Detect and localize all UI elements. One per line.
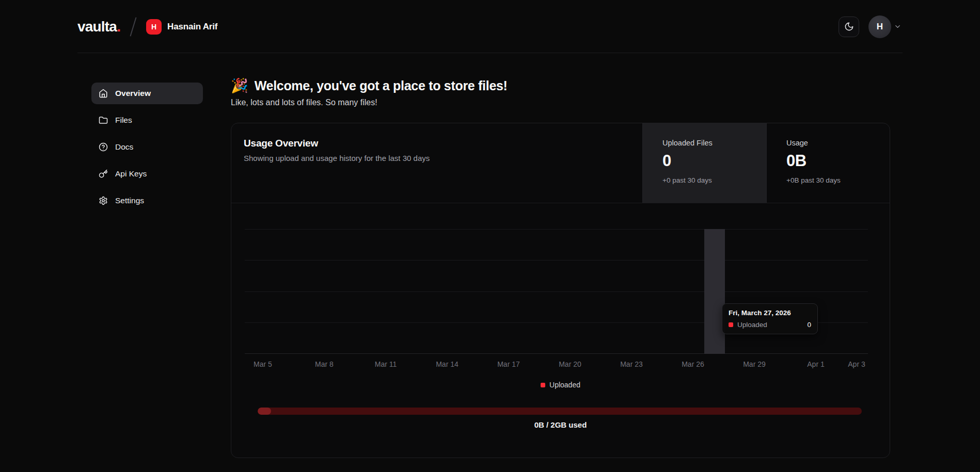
profile-menu[interactable]: H xyxy=(868,15,902,38)
stat-label: Uploaded Files xyxy=(662,139,766,147)
profile-avatar: H xyxy=(868,15,891,38)
card-title: Usage Overview xyxy=(244,138,430,149)
tooltip-series-label: Uploaded xyxy=(737,321,767,329)
card-header-divider xyxy=(231,203,890,203)
chart-tooltip: Fri, March 27, 2026 Uploaded 0 xyxy=(722,303,818,334)
x-tick-label: Mar 29 xyxy=(743,360,766,368)
x-tick-label: Mar 20 xyxy=(559,360,581,368)
stat-uploaded-files[interactable]: Uploaded Files 0 +0 past 30 days xyxy=(642,123,766,203)
x-tick-label: Mar 26 xyxy=(682,360,704,368)
tooltip-series-value: 0 xyxy=(807,321,811,329)
storage-progress-bar xyxy=(258,408,862,415)
x-tick-label: Mar 11 xyxy=(375,360,397,368)
logo-text: vaulta xyxy=(77,19,117,35)
party-popper-emoji: 🎉 xyxy=(231,79,248,93)
sidebar-item-label: Settings xyxy=(115,196,144,205)
sidebar-item-label: Api Keys xyxy=(115,169,147,178)
sidebar-item-label: Overview xyxy=(115,89,151,98)
chevron-down-icon xyxy=(894,23,902,30)
card-subtitle: Showing upload and usage history for the… xyxy=(244,154,430,162)
x-tick-label: Apr 1 xyxy=(807,360,824,368)
chart-legend: Uploaded xyxy=(231,381,890,389)
tooltip-series-swatch xyxy=(729,322,733,327)
page-title: Welcome, you've got a place to store fil… xyxy=(255,78,508,93)
workspace-user-chip[interactable]: H Hasnain Arif xyxy=(146,19,217,35)
sidebar-item-files[interactable]: Files xyxy=(91,109,203,131)
nav-right: H xyxy=(839,15,902,38)
gridline xyxy=(245,260,868,261)
sidebar-item-label: Docs xyxy=(115,142,133,152)
theme-toggle-button[interactable] xyxy=(839,17,859,37)
legend-label: Uploaded xyxy=(549,381,580,389)
page-subtitle: Like, lots and lots of files. So many fi… xyxy=(231,98,508,107)
help-circle-icon xyxy=(99,142,108,152)
x-tick-label: Mar 8 xyxy=(315,360,334,368)
sidebar-item-docs[interactable]: Docs xyxy=(91,136,203,158)
storage-usage-label: 0B / 2GB used xyxy=(231,420,890,429)
usage-overview-card: Usage Overview Showing upload and usage … xyxy=(231,123,890,458)
workspace-user-name: Hasnain Arif xyxy=(167,22,217,32)
sidebar: Overview Files Docs Api Keys Settings xyxy=(91,83,203,217)
x-tick-label: Mar 23 xyxy=(620,360,643,368)
sidebar-item-settings[interactable]: Settings xyxy=(91,190,203,211)
legend-swatch xyxy=(541,383,545,387)
stat-usage[interactable]: Usage 0B +0B past 30 days xyxy=(766,123,890,203)
x-axis-line xyxy=(245,353,868,354)
storage-progress-fill xyxy=(258,408,271,415)
stat-value: 0 xyxy=(662,153,766,169)
card-header: Usage Overview Showing upload and usage … xyxy=(244,138,430,162)
logo-dot: . xyxy=(117,19,120,35)
x-tick-label: Mar 5 xyxy=(254,360,272,368)
x-tick-label: Mar 17 xyxy=(497,360,520,368)
x-tick-label: Mar 14 xyxy=(436,360,459,368)
nav-left: vaulta. H Hasnain Arif xyxy=(77,17,217,37)
moon-icon xyxy=(844,22,854,31)
gear-icon xyxy=(99,196,108,205)
logo[interactable]: vaulta. xyxy=(77,19,120,35)
stat-value: 0B xyxy=(786,153,890,169)
sidebar-item-api-keys[interactable]: Api Keys xyxy=(91,163,203,185)
sidebar-item-label: Files xyxy=(115,116,132,125)
stat-label: Usage xyxy=(786,139,890,147)
tooltip-date: Fri, March 27, 2026 xyxy=(729,309,811,317)
folder-icon xyxy=(99,116,108,125)
key-icon xyxy=(99,169,108,178)
usage-bar-chart[interactable] xyxy=(245,229,868,354)
sidebar-item-overview[interactable]: Overview xyxy=(91,83,203,104)
stat-delta: +0B past 30 days xyxy=(786,176,890,184)
app-root: vaulta. H Hasnain Arif H xyxy=(0,0,980,472)
gridline xyxy=(245,291,868,292)
stat-delta: +0 past 30 days xyxy=(662,176,766,184)
home-icon xyxy=(99,89,108,98)
x-tick-label: Apr 3 xyxy=(848,360,865,368)
workspace-avatar: H xyxy=(146,19,162,35)
welcome-section: 🎉 Welcome, you've got a place to store f… xyxy=(231,78,508,107)
gridline xyxy=(245,229,868,230)
slash-divider xyxy=(130,17,137,36)
top-nav: vaulta. H Hasnain Arif H xyxy=(0,0,980,53)
hover-highlight-band xyxy=(704,229,725,354)
